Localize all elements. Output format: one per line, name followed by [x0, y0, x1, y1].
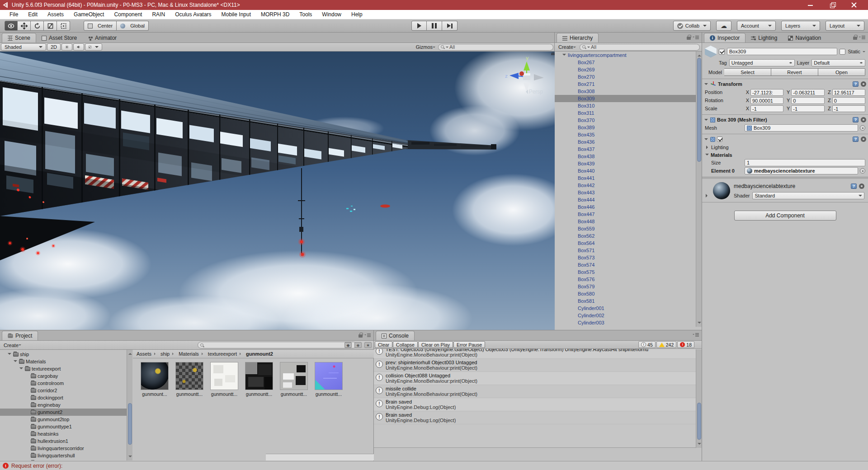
hierarchy-item[interactable]: Box447	[555, 211, 702, 218]
menu-item[interactable]: MORPH 3D	[256, 10, 294, 19]
close-button[interactable]	[851, 2, 857, 8]
transform-x-field[interactable]: 90.00001	[750, 97, 783, 104]
rect-tool-button[interactable]	[57, 21, 70, 31]
transform-y-field[interactable]: -0.063211	[791, 89, 824, 96]
2d-toggle-button[interactable]: 2D	[47, 43, 61, 51]
menu-item[interactable]: Help	[346, 10, 368, 19]
menu-item[interactable]: RAIN	[147, 10, 170, 19]
console-log-entry[interactable]: ! TEST: Object003 (UnityEngine.GameObjec…	[374, 349, 702, 359]
menu-item[interactable]: Edit	[23, 10, 42, 19]
hierarchy-item[interactable]: Box442	[555, 182, 702, 189]
foldout-arrow-icon[interactable]	[562, 53, 566, 57]
scene-audio-toggle[interactable]	[73, 43, 84, 51]
transform-z-field[interactable]: 12.95117	[832, 89, 865, 96]
scale-tool-button[interactable]	[44, 21, 57, 31]
menu-item[interactable]: Assets	[42, 10, 69, 19]
breadcrumb-item[interactable]: Materials	[179, 351, 204, 357]
hierarchy-item[interactable]: Box439	[555, 160, 702, 167]
warning-count-badge[interactable]: 242	[656, 341, 677, 348]
menu-item[interactable]: Component	[109, 10, 147, 19]
layout-dropdown[interactable]: Layout	[826, 21, 864, 31]
console-toolbar-button[interactable]: Error Pause	[453, 341, 485, 348]
scene-viewport[interactable]: y z Persp	[0, 52, 555, 330]
transform-y-field[interactable]: -1	[791, 105, 824, 112]
console-log-entry[interactable]: ! missile collide UnityEngine.MonoBehavi…	[374, 385, 702, 398]
hierarchy-item[interactable]: Box448	[555, 218, 702, 225]
gameobject-name-field[interactable]: Box309	[727, 48, 837, 55]
lock-icon[interactable]	[853, 37, 857, 40]
scrollbar-thumb[interactable]	[697, 403, 701, 440]
hierarchy-item[interactable]: Box389	[555, 124, 702, 131]
breadcrumb-item[interactable]: gunmount2	[246, 351, 273, 357]
layer-dropdown[interactable]: Default	[811, 59, 865, 66]
hierarchy-item[interactable]: Box310	[555, 102, 702, 109]
scroll-down-arrow[interactable]	[698, 443, 701, 446]
renderer-materials-foldout[interactable]: Materials	[704, 151, 866, 159]
console-toolbar-button[interactable]: Collapse	[393, 341, 418, 348]
hierarchy-scrollbar[interactable]	[696, 52, 702, 327]
project-folder-item[interactable]: textureexport	[0, 365, 132, 372]
hierarchy-item[interactable]: Box559	[555, 225, 702, 232]
help-icon[interactable]: ?	[853, 136, 859, 142]
asset-thumbnail[interactable]: gunmountt...	[210, 362, 239, 397]
tab-lighting[interactable]: Lighting	[745, 33, 783, 42]
project-folder-item[interactable]: ship	[0, 351, 132, 358]
add-component-button[interactable]: Add Component	[734, 211, 836, 221]
scrollbar-thumb[interactable]	[697, 58, 701, 162]
hierarchy-item[interactable]: Box270	[555, 73, 702, 80]
tab-console[interactable]: Console	[376, 331, 415, 340]
material-element-field[interactable]: medbaysciencelabtexture	[745, 167, 858, 174]
help-icon[interactable]: ?	[853, 81, 859, 87]
account-dropdown[interactable]: Account	[737, 21, 776, 31]
mesh-object-field[interactable]: Box309	[745, 124, 858, 132]
menu-item[interactable]: GameObject	[69, 10, 109, 19]
project-folder-item[interactable]: controlroom	[0, 380, 132, 387]
restore-button[interactable]	[829, 2, 835, 8]
hierarchy-item[interactable]: Box269	[555, 66, 702, 73]
hierarchy-create-dropdown[interactable]: Create	[557, 43, 578, 51]
info-count-badge[interactable]: !45	[638, 341, 656, 348]
asset-thumbnail[interactable]: gunmountt...	[245, 362, 274, 397]
hierarchy-item[interactable]: Box440	[555, 167, 702, 174]
scroll-down-arrow[interactable]	[128, 456, 132, 459]
hierarchy-item[interactable]: Box564	[555, 240, 702, 247]
help-icon[interactable]: ?	[853, 117, 859, 122]
panel-menu-icon[interactable]	[694, 35, 699, 39]
tab-navigation[interactable]: Navigation	[783, 33, 826, 42]
hierarchy-item[interactable]: Box437	[555, 146, 702, 153]
asset-thumbnail[interactable]: gunmount...	[140, 362, 169, 397]
console-scrollbar[interactable]	[696, 349, 702, 448]
hierarchy-item[interactable]: Box435	[555, 131, 702, 138]
renderer-enabled-checkbox[interactable]	[717, 136, 722, 142]
tag-dropdown[interactable]: Untagged	[729, 59, 795, 66]
pan-tool-button[interactable]	[5, 21, 18, 31]
asset-thumbnail[interactable]: gunmountt...	[279, 362, 308, 397]
scene-search-input[interactable]: All	[438, 44, 553, 51]
hierarchy-item[interactable]: Cylinder003	[555, 319, 702, 326]
asset-thumbnail[interactable]: gunmountt...	[314, 362, 343, 397]
hierarchy-item[interactable]: Box579	[555, 283, 702, 290]
foldout-arrow-icon[interactable]	[19, 367, 24, 371]
search-by-label-icon[interactable]: ◈	[354, 342, 362, 348]
hierarchy-item[interactable]: livingquarterscompartment	[555, 52, 702, 59]
hierarchy-item[interactable]: Box576	[555, 276, 702, 283]
project-search-input[interactable]	[198, 342, 357, 348]
favorites-star-icon[interactable]: ★	[364, 342, 372, 348]
hierarchy-item[interactable]: Box267	[555, 59, 702, 66]
panel-menu-icon[interactable]	[694, 333, 699, 337]
project-create-dropdown[interactable]: Create	[2, 342, 23, 349]
cloud-services-button[interactable]: ☁	[716, 21, 731, 31]
console-toolbar-button[interactable]: Clear	[375, 341, 392, 348]
menu-item[interactable]: File	[5, 10, 23, 19]
breadcrumb-item[interactable]: textureexport	[208, 351, 242, 357]
foldout-arrow-icon[interactable]	[704, 83, 708, 87]
hierarchy-item[interactable]: Box311	[555, 109, 702, 117]
hierarchy-item[interactable]: Cylinder004	[555, 326, 702, 327]
gear-icon[interactable]	[861, 136, 866, 142]
status-bar[interactable]: ! Request error (error):	[0, 461, 868, 470]
static-checkbox[interactable]	[840, 49, 845, 55]
project-folder-item[interactable]: enginebay	[0, 401, 132, 409]
hierarchy-item[interactable]: Box575	[555, 268, 702, 276]
pivot-toggle-button[interactable]: Center	[84, 21, 117, 31]
shading-mode-dropdown[interactable]: Shaded	[1, 43, 46, 51]
